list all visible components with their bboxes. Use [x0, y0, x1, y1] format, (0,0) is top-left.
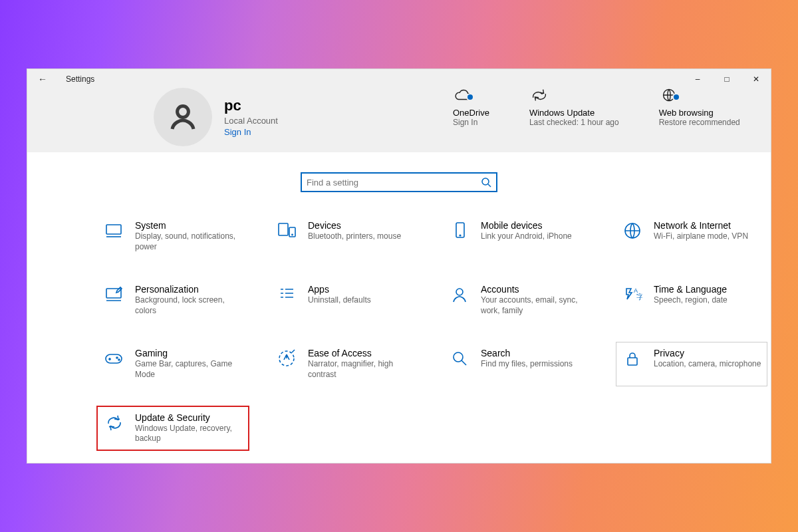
category-desc: Game Bar, captures, Game Mode	[135, 359, 243, 380]
category-desc: Wi-Fi, airplane mode, VPN	[654, 231, 748, 242]
category-title: Search	[481, 348, 573, 358]
search-box[interactable]	[301, 172, 497, 192]
svg-text:字: 字	[636, 293, 642, 301]
svg-rect-10	[106, 289, 121, 298]
account-signin-link[interactable]: Sign In	[224, 127, 278, 137]
svg-point-8	[460, 235, 461, 236]
network-icon	[622, 220, 643, 241]
svg-point-18	[454, 352, 463, 362]
body: SystemDisplay, sound, notifications, pow…	[27, 152, 771, 444]
category-desc: Display, sound, notifications, power	[135, 231, 243, 252]
system-icon	[103, 220, 124, 241]
category-desc: Your accounts, email, sync, work, family	[481, 295, 589, 316]
category-desc: Location, camera, microphone	[654, 359, 761, 370]
category-desc: Background, lock screen, colors	[135, 295, 243, 316]
svg-point-11	[456, 289, 463, 295]
category-title: Privacy	[654, 348, 761, 358]
category-privacy[interactable]: PrivacyLocation, camera, microphone	[622, 348, 761, 380]
account-area: pc Local Account Sign In	[154, 88, 278, 146]
personalization-icon	[103, 284, 124, 305]
ease-icon	[276, 348, 297, 369]
category-title: Apps	[308, 284, 371, 295]
category-personalization[interactable]: PersonalizationBackground, lock screen, …	[103, 284, 243, 316]
category-desc: Speech, region, date	[654, 295, 728, 306]
svg-rect-4	[279, 223, 288, 235]
accounts-icon	[449, 284, 470, 305]
category-title: Ease of Access	[308, 348, 416, 358]
category-title: System	[135, 220, 243, 231]
svg-point-15	[116, 357, 118, 358]
status-sub: Sign In	[453, 118, 489, 128]
mobile-icon	[449, 220, 470, 241]
settings-window: ← Settings – □ ✕ pc Local Account Sign I…	[27, 68, 771, 464]
category-ease[interactable]: Ease of AccessNarrator, magnifier, high …	[276, 348, 416, 380]
category-update[interactable]: Update & SecurityWindows Update, recover…	[103, 412, 243, 444]
attention-dot	[466, 93, 474, 101]
category-title: Network & Internet	[654, 220, 748, 231]
category-desc: Find my files, permissions	[481, 359, 573, 370]
search-cat-icon	[449, 348, 470, 369]
category-accounts[interactable]: AccountsYour accounts, email, sync, work…	[449, 284, 589, 316]
cloud-icon	[453, 84, 489, 104]
update-icon	[529, 84, 619, 104]
category-desc: Link your Android, iPhone	[481, 231, 572, 242]
category-desc: Uninstall, defaults	[308, 295, 371, 306]
category-system[interactable]: SystemDisplay, sound, notifications, pow…	[103, 220, 243, 252]
window-title: Settings	[66, 74, 94, 84]
status-title: Windows Update	[529, 108, 619, 118]
globe-icon	[659, 84, 740, 104]
category-title: Personalization	[135, 284, 243, 295]
attention-dot	[672, 93, 680, 101]
category-title: Time & Language	[654, 284, 728, 295]
category-devices[interactable]: DevicesBluetooth, printers, mouse	[276, 220, 416, 252]
category-title: Devices	[308, 220, 401, 231]
svg-rect-19	[628, 358, 637, 365]
account-text: pc Local Account Sign In	[224, 97, 278, 137]
status-title: OneDrive	[453, 108, 489, 118]
account-name: pc	[224, 97, 278, 114]
category-apps[interactable]: AppsUninstall, defaults	[276, 284, 416, 316]
gaming-icon	[103, 348, 124, 369]
svg-point-16	[118, 359, 120, 360]
status-web-browsing[interactable]: Web browsing Restore recommended	[659, 84, 740, 128]
status-onedrive[interactable]: OneDrive Sign In	[453, 84, 489, 128]
category-gaming[interactable]: GamingGame Bar, captures, Game Mode	[103, 348, 243, 380]
search-input[interactable]	[307, 178, 481, 188]
avatar	[154, 88, 212, 146]
status-items: OneDrive Sign In Windows Update Last che…	[453, 84, 764, 128]
svg-rect-3	[106, 225, 121, 234]
category-title: Mobile devices	[481, 220, 572, 231]
status-sub: Last checked: 1 hour ago	[529, 118, 619, 128]
svg-point-6	[292, 234, 293, 235]
category-title: Gaming	[135, 348, 243, 358]
status-sub: Restore recommended	[659, 118, 740, 128]
category-grid: SystemDisplay, sound, notifications, pow…	[27, 220, 771, 444]
category-desc: Bluetooth, printers, mouse	[308, 231, 401, 242]
update-icon	[103, 412, 124, 434]
category-desc: Windows Update, recovery, backup	[135, 424, 243, 444]
apps-icon	[276, 284, 297, 305]
category-desc: Narrator, magnifier, high contrast	[308, 359, 416, 380]
privacy-icon	[622, 348, 643, 369]
svg-point-0	[178, 106, 189, 118]
account-type: Local Account	[224, 116, 278, 126]
devices-icon	[276, 220, 297, 241]
back-button[interactable]: ←	[38, 74, 47, 84]
category-time[interactable]: A字Time & LanguageSpeech, region, date	[622, 284, 761, 316]
category-title: Update & Security	[135, 412, 243, 423]
time-icon: A字	[622, 284, 643, 305]
search-icon	[481, 177, 491, 188]
status-title: Web browsing	[659, 108, 740, 118]
header: ← Settings – □ ✕ pc Local Account Sign I…	[27, 69, 771, 152]
svg-point-2	[482, 178, 489, 185]
category-mobile[interactable]: Mobile devicesLink your Android, iPhone	[449, 220, 589, 252]
category-search-cat[interactable]: SearchFind my files, permissions	[449, 348, 589, 380]
category-network[interactable]: Network & InternetWi-Fi, airplane mode, …	[622, 220, 761, 252]
status-windows-update[interactable]: Windows Update Last checked: 1 hour ago	[529, 84, 619, 128]
category-title: Accounts	[481, 284, 589, 295]
